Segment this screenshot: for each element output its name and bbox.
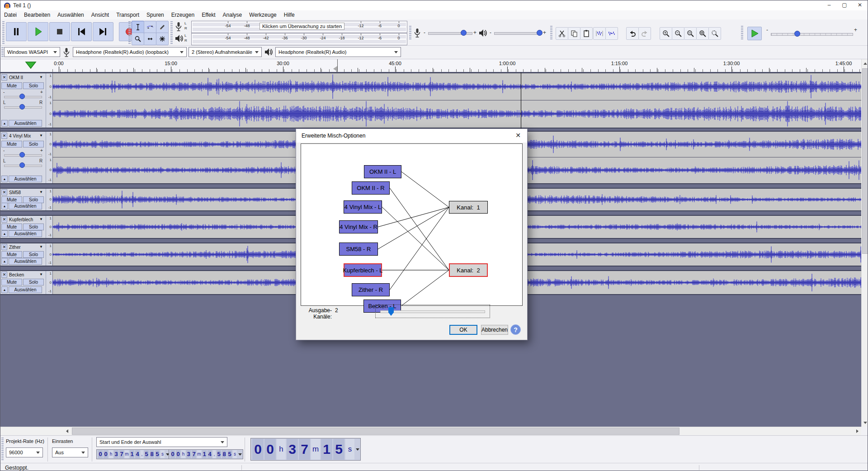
time-unit[interactable]: h [109,450,113,458]
minimize-button[interactable]: – [821,0,837,10]
waveform[interactable] [52,73,861,100]
toolbar-gripper[interactable] [1,47,4,57]
time-unit[interactable]: s [345,439,354,460]
menu-hilfe[interactable]: Hilfe [280,11,298,19]
source-box[interactable]: OKM II - L [364,165,401,178]
select-button[interactable]: Auswählen [9,120,42,127]
time-digit[interactable]: 3 [186,450,191,458]
recording-meter[interactable]: -54-48-12-60Klicken um Überwachung zu st… [191,21,407,33]
track-name[interactable]: Becken [9,272,37,277]
play-speed-thumb[interactable] [794,31,800,37]
undo-button[interactable] [626,27,639,40]
stop-button[interactable] [49,22,70,41]
time-digit[interactable]: 0 [252,439,264,460]
zoom-tool-button[interactable] [132,33,144,45]
track-menu-icon[interactable]: ▼ [39,133,43,138]
scroll-down-button[interactable] [862,419,868,427]
source-box[interactable]: OKM II - R [352,181,390,195]
time-unit[interactable]: s [233,450,237,458]
track-close-button[interactable]: ✕ [1,216,7,223]
chevron-down-icon[interactable] [238,453,242,456]
time-digit[interactable]: 1 [321,439,332,460]
time-digit[interactable]: 1 [202,450,207,458]
silence-audio-button[interactable] [605,27,618,40]
time-digit[interactable]: 5 [227,450,232,458]
snap-select[interactable]: Aus [52,447,88,457]
track-close-button[interactable]: ✕ [1,271,7,278]
solo-button[interactable]: Solo [23,251,44,258]
time-unit[interactable]: m [197,450,201,458]
mute-button[interactable]: Mute [1,82,22,89]
vertical-scrollbar[interactable] [861,59,868,427]
time-unit[interactable]: h [277,439,286,460]
source-box[interactable]: Zither - R [352,283,390,296]
playback-meter[interactable]: -54-48-42-36-30-24-18-12-60 [191,33,407,45]
output-channels-slider[interactable] [375,304,490,318]
time-digit[interactable]: 0 [264,439,276,460]
track-vertical-scale[interactable]: 10-1 [46,243,53,266]
timeshift-tool-button[interactable] [144,33,156,45]
menu-auswählen[interactable]: Auswählen [54,11,88,19]
pinned-play-head-icon[interactable] [24,61,38,69]
selection-tool-button[interactable] [132,21,144,33]
help-button[interactable]: ? [510,324,521,335]
menu-werkzeuge[interactable]: Werkzeuge [245,11,280,19]
track-name[interactable]: 4 Vinyl Mix [9,133,37,138]
zoom-out-button[interactable] [672,27,684,40]
play-speed-slider[interactable] [771,33,853,36]
play-button[interactable] [28,22,48,41]
track-vertical-scale[interactable]: 10-1 [46,189,53,210]
close-button[interactable]: ✕ [852,0,868,10]
solo-button[interactable]: Solo [23,82,44,89]
solo-button[interactable]: Solo [23,279,44,285]
source-box[interactable]: SM58 - R [339,243,378,256]
channel-box[interactable]: Kanal: 1 [449,201,488,214]
cut-button[interactable] [556,27,568,40]
select-button[interactable]: Auswählen [9,203,42,209]
mic-icon[interactable] [174,21,183,32]
collapse-button[interactable]: ▲ [1,230,8,237]
source-box[interactable]: Kupferblech - L [344,263,382,277]
source-box[interactable]: 4 Vinyl Mix - R [339,220,378,233]
next-button[interactable] [93,22,113,41]
time-digit[interactable]: 7 [119,450,124,458]
mute-button[interactable]: Mute [1,279,22,285]
source-box[interactable]: 4 Vinyl Mix - L [344,200,382,214]
track-name[interactable]: OKM II [9,75,37,80]
track-menu-icon[interactable]: ▼ [39,245,43,249]
toolbar-gripper[interactable] [550,26,552,40]
menu-erzeugen[interactable]: Erzeugen [168,11,198,19]
menu-spuren[interactable]: Spuren [143,11,168,19]
menu-bearbeiten[interactable]: Bearbeiten [20,11,54,19]
menu-datei[interactable]: Datei [0,11,20,19]
time-digit[interactable]: 5 [144,450,149,458]
ok-button[interactable]: OK [449,325,477,335]
pause-button[interactable] [6,22,27,41]
time-digit[interactable]: 0 [176,450,180,458]
envelope-tool-button[interactable] [144,21,156,33]
channel-box[interactable]: Kanal: 2 [449,263,488,277]
playback-device-select[interactable]: Headphone (Realtek(R) Audio) [275,47,401,57]
gain-thumb[interactable] [19,152,25,157]
collapse-button[interactable]: ▲ [1,120,8,127]
draw-tool-button[interactable] [156,21,169,33]
pan-thumb[interactable] [19,162,25,168]
zoom-toggle-button[interactable] [708,27,721,40]
audio-position-display[interactable]: 00h37m15s [250,438,361,461]
time-unit[interactable]: m [125,450,129,458]
slider-thumb[interactable] [388,307,394,316]
select-button[interactable]: Auswählen [9,230,42,237]
playback-volume-thumb[interactable] [537,30,542,36]
track-menu-icon[interactable]: ▼ [39,75,43,79]
collapse-button[interactable]: ▲ [1,176,8,182]
time-digit[interactable]: 7 [192,450,196,458]
time-digit[interactable]: 3 [287,439,298,460]
collapse-button[interactable]: ▲ [1,286,8,293]
mute-button[interactable]: Mute [1,196,22,203]
time-unit[interactable]: h [181,450,185,458]
time-digit[interactable]: 0 [98,450,103,458]
selection-start-field[interactable]: 00h37m14,585s [96,449,171,459]
copy-button[interactable] [568,27,580,40]
track-name[interactable]: SM58 [9,190,37,195]
track-vertical-scale[interactable]: 10-1 [46,216,53,238]
